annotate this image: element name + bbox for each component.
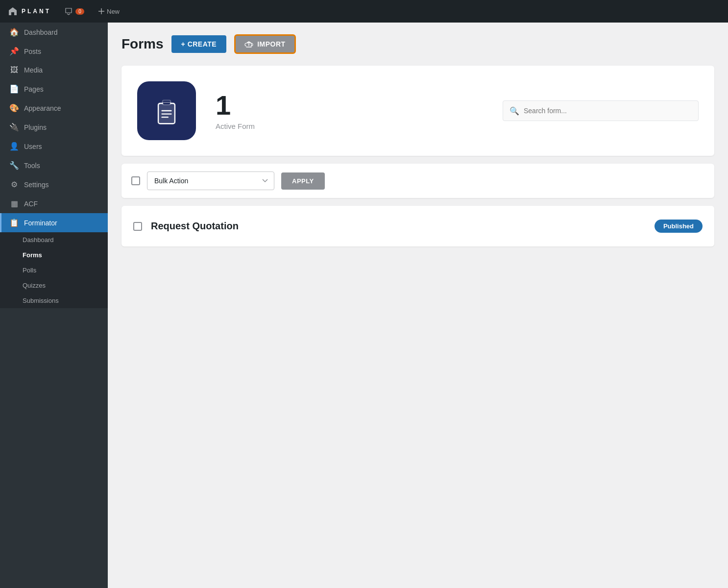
sidebar-item-users[interactable]: 👤 Users <box>0 137 108 156</box>
sidebar-item-posts[interactable]: 📌 Posts <box>0 42 108 61</box>
site-logo[interactable]: PLANT <box>8 6 51 16</box>
sidebar-item-media[interactable]: 🖼 Media <box>0 61 108 79</box>
main-layout: 🏠 Dashboard 📌 Posts 🖼 Media 📄 Pages 🎨 Ap… <box>0 23 728 588</box>
sidebar-item-dashboard[interactable]: 🏠 Dashboard <box>0 23 108 42</box>
forminator-submenu: Dashboard Forms Polls Quizzes Submission… <box>0 232 108 308</box>
sidebar-item-sub-forms[interactable]: Forms <box>0 247 108 263</box>
sidebar: 🏠 Dashboard 📌 Posts 🖼 Media 📄 Pages 🎨 Ap… <box>0 23 108 588</box>
form-name: Request Quotation <box>151 220 646 232</box>
sidebar-item-media-label: Media <box>24 66 43 74</box>
sidebar-item-pages[interactable]: 📄 Pages <box>0 79 108 98</box>
sidebar-item-sub-polls[interactable]: Polls <box>0 263 108 278</box>
sidebar-item-settings-label: Settings <box>24 181 49 189</box>
posts-icon: 📌 <box>9 47 19 56</box>
sidebar-item-appearance[interactable]: 🎨 Appearance <box>0 98 108 118</box>
sidebar-item-users-label: Users <box>24 143 42 150</box>
sidebar-item-sub-quizzes[interactable]: Quizzes <box>0 278 108 293</box>
acf-icon: ▦ <box>9 199 19 208</box>
bulk-select-all-checkbox[interactable] <box>131 176 140 185</box>
form-row-checkbox[interactable] <box>133 222 142 231</box>
search-icon: 🔍 <box>510 106 519 116</box>
bulk-action-bar: Bulk Action APPLY <box>121 164 714 198</box>
sub-submissions-label: Submissions <box>23 297 59 304</box>
import-label: IMPORT <box>257 40 285 48</box>
appearance-icon: 🎨 <box>9 103 19 113</box>
content-area: Forms + CREATE IMPORT <box>108 23 728 588</box>
cloud-upload-icon <box>244 40 253 49</box>
bulk-action-select[interactable]: Bulk Action <box>147 172 274 190</box>
sidebar-item-tools[interactable]: 🔧 Tools <box>0 156 108 175</box>
comments-icon <box>65 7 73 15</box>
form-status-badge: Published <box>655 220 703 233</box>
stats-info: 1 Active Form <box>216 92 483 130</box>
comments-count: 0 <box>75 8 84 15</box>
plugins-icon: 🔌 <box>9 122 19 132</box>
sidebar-item-pages-label: Pages <box>24 85 44 93</box>
sub-quizzes-label: Quizzes <box>23 282 46 289</box>
users-icon: 👤 <box>9 142 19 151</box>
sidebar-item-appearance-label: Appearance <box>24 104 61 112</box>
import-button[interactable]: IMPORT <box>234 34 295 54</box>
active-form-count: 1 <box>216 92 483 119</box>
comments-item[interactable]: 0 <box>61 5 88 17</box>
media-icon: 🖼 <box>9 66 19 74</box>
sidebar-item-plugins-label: Plugins <box>24 123 47 131</box>
forminator-icon: 📋 <box>9 218 19 227</box>
tools-icon: 🔧 <box>9 161 19 170</box>
home-icon <box>8 6 18 16</box>
sidebar-item-posts-label: Posts <box>24 48 41 55</box>
new-content-button[interactable]: New <box>98 8 120 15</box>
stats-card: 1 Active Form 🔍 <box>121 66 714 156</box>
sidebar-item-acf[interactable]: ▦ ACF <box>0 194 108 213</box>
settings-icon: ⚙ <box>9 180 19 189</box>
sidebar-item-acf-label: ACF <box>24 200 38 208</box>
svg-rect-5 <box>162 102 171 103</box>
admin-bar: PLANT 0 New <box>0 0 728 23</box>
sub-polls-label: Polls <box>23 267 36 274</box>
plus-icon <box>98 8 105 15</box>
sidebar-item-tools-label: Tools <box>24 162 40 170</box>
sidebar-item-sub-dashboard[interactable]: Dashboard <box>0 232 108 247</box>
sidebar-item-dashboard-label: Dashboard <box>24 28 58 36</box>
active-form-label: Active Form <box>216 122 483 130</box>
search-box: 🔍 <box>503 100 699 121</box>
search-input[interactable] <box>503 100 699 121</box>
sidebar-item-forminator-label: Forminator <box>24 219 57 227</box>
pages-icon: 📄 <box>9 84 19 94</box>
form-icon-box <box>137 81 196 140</box>
site-name: PLANT <box>22 8 51 15</box>
sidebar-item-plugins[interactable]: 🔌 Plugins <box>0 118 108 137</box>
create-button[interactable]: + CREATE <box>171 35 227 53</box>
new-label: New <box>107 8 120 15</box>
form-row: Request Quotation Published <box>121 206 714 246</box>
search-wrap: 🔍 <box>503 100 699 121</box>
sidebar-item-sub-submissions[interactable]: Submissions <box>0 293 108 308</box>
sidebar-item-settings[interactable]: ⚙ Settings <box>0 175 108 194</box>
clipboard-icon <box>152 96 181 125</box>
page-title: Forms <box>121 36 164 52</box>
apply-button[interactable]: APPLY <box>281 172 325 190</box>
sub-dashboard-label: Dashboard <box>23 236 54 244</box>
sub-forms-label: Forms <box>23 251 42 259</box>
dashboard-icon: 🏠 <box>9 27 19 37</box>
page-header: Forms + CREATE IMPORT <box>121 34 714 54</box>
sidebar-item-forminator[interactable]: 📋 Forminator <box>0 213 108 232</box>
